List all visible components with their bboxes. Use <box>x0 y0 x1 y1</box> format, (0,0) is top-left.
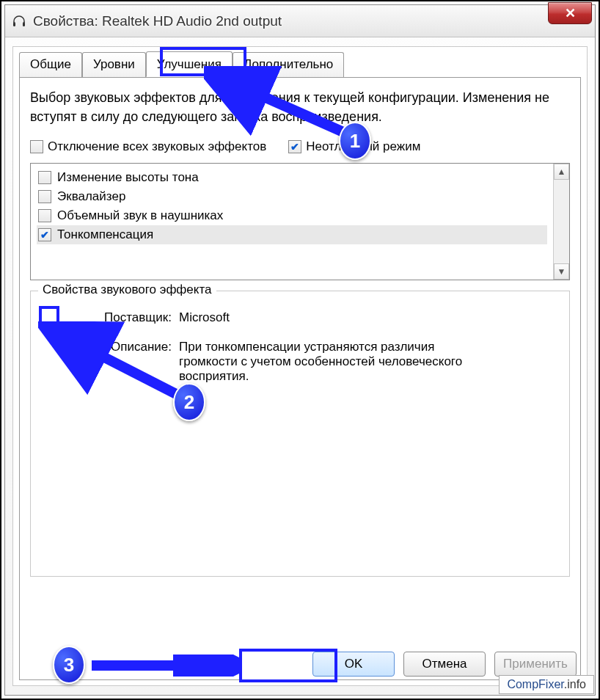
list-item[interactable]: Объемный звук в наушниках <box>37 206 547 225</box>
svg-rect-1 <box>23 22 25 26</box>
list-item-label: Эквалайзер <box>57 189 125 204</box>
list-item-label: Изменение высоты тона <box>57 170 199 185</box>
scroll-down-icon[interactable]: ▼ <box>554 263 569 280</box>
checkbox-icon[interactable] <box>38 171 51 184</box>
close-icon: ✕ <box>565 5 576 21</box>
list-item-label: Тонкомпенсация <box>57 227 153 242</box>
effects-list[interactable]: Изменение высоты тонаЭквалайзерОбъемный … <box>30 163 570 280</box>
close-button[interactable]: ✕ <box>548 2 592 24</box>
titlebar[interactable]: Свойства: Realtek HD Audio 2nd output ✕ <box>5 5 595 37</box>
annotation-circle-3: 3 <box>53 646 85 684</box>
ok-button[interactable]: OK <box>312 652 395 677</box>
provider-value: Microsoft <box>179 310 487 325</box>
watermark-brand: CompFixer <box>507 678 563 690</box>
tab-levels[interactable]: Уровни <box>82 52 146 78</box>
annotation-arrow-1 <box>204 66 358 154</box>
annotation-arrow-3 <box>88 655 242 677</box>
window-title: Свойства: Realtek HD Audio 2nd output <box>33 13 282 29</box>
scroll-up-icon[interactable]: ▲ <box>554 164 569 180</box>
footer-buttons: OK Отмена Применить <box>312 652 577 677</box>
annotation-arrow-2 <box>38 321 192 409</box>
list-item[interactable]: Тонкомпенсация <box>37 225 547 244</box>
list-item[interactable]: Эквалайзер <box>37 187 547 206</box>
watermark-suffix: .info <box>564 678 586 690</box>
cancel-button[interactable]: Отмена <box>403 652 486 677</box>
tab-general[interactable]: Общие <box>19 52 82 78</box>
headphones-icon <box>11 13 27 29</box>
group-legend: Свойства звукового эффекта <box>38 282 216 297</box>
list-item[interactable]: Изменение высоты тона <box>37 168 547 187</box>
watermark: CompFixer.info <box>499 675 594 694</box>
description-value: При тонкомпенсации устраняются различия … <box>179 340 487 384</box>
list-item-label: Объемный звук в наушниках <box>57 208 223 223</box>
checkbox-icon[interactable] <box>38 209 51 222</box>
svg-rect-0 <box>13 22 15 26</box>
annotation-circle-2: 2 <box>173 383 205 421</box>
checkbox-icon[interactable] <box>38 228 51 241</box>
checkbox-icon[interactable] <box>38 190 51 203</box>
apply-button[interactable]: Применить <box>494 652 577 677</box>
annotation-circle-1: 1 <box>339 122 371 160</box>
scrollbar[interactable]: ▲ ▼ <box>553 164 569 280</box>
checkbox-icon[interactable] <box>30 140 43 153</box>
effects-list-inner: Изменение высоты тонаЭквалайзерОбъемный … <box>31 164 553 280</box>
